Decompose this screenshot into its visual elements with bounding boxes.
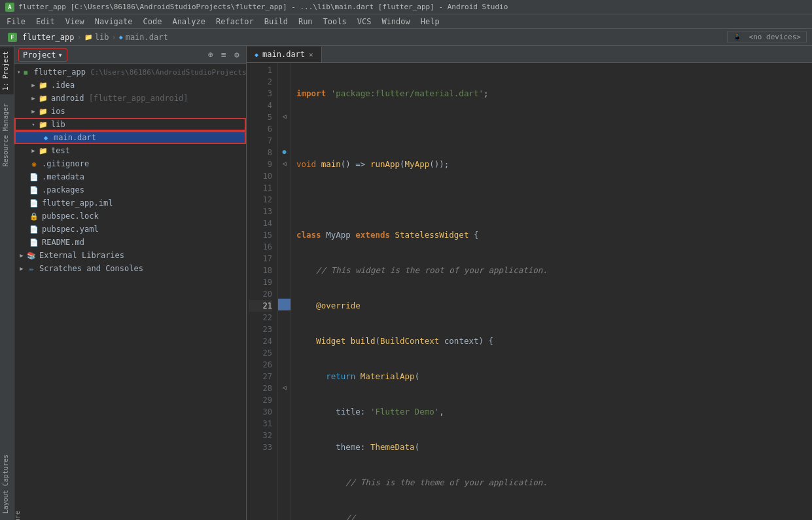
- menu-edit[interactable]: Edit: [32, 16, 59, 28]
- project-dropdown[interactable]: Project ▾: [18, 48, 67, 62]
- line-num-25: 25: [249, 347, 272, 359]
- tree-item-external-libs[interactable]: ▶ 📚 External Libraries: [14, 249, 246, 262]
- tree-item-test[interactable]: ▶ 📁 test: [14, 144, 246, 157]
- tab-close-button[interactable]: ✕: [309, 50, 313, 59]
- project-tree[interactable]: ▾ ◼ flutter_app C:\Users\86186\AndroidSt…: [14, 64, 246, 520]
- gutter-5[interactable]: ◁: [278, 110, 291, 122]
- gutter-32: [278, 428, 291, 440]
- gutter-31: [278, 417, 291, 428]
- gutter-25: [278, 346, 291, 358]
- tab-filename: main.dart: [262, 50, 305, 59]
- tree-item-metadata[interactable]: 📄 .metadata: [14, 170, 246, 183]
- line-num-5: 5: [249, 111, 272, 123]
- line-num-16: 16: [249, 241, 272, 253]
- tree-item-main-dart[interactable]: ◆ main.dart: [14, 131, 246, 144]
- dart-file-icon: ◆: [41, 132, 51, 143]
- line-num-12: 12: [249, 194, 272, 206]
- tab-project[interactable]: 1: Project: [0, 47, 14, 94]
- tree-item-ios[interactable]: ▶ 📁 ios: [14, 105, 246, 118]
- folder-icon: 📁: [38, 119, 48, 130]
- tree-item-android[interactable]: ▶ 📁 android [flutter_app_android]: [14, 92, 246, 105]
- gutter-15: [278, 228, 291, 240]
- menu-vcs[interactable]: VCS: [353, 16, 376, 28]
- menu-tools[interactable]: Tools: [319, 16, 351, 28]
- menu-build[interactable]: Build: [260, 16, 292, 28]
- nav-main-dart[interactable]: main.dart: [126, 33, 168, 42]
- menu-bar: File Edit View Navigate Code Analyze Ref…: [0, 14, 812, 29]
- collapse-icon[interactable]: ≡: [219, 50, 229, 60]
- tree-item-pubspec-yaml[interactable]: 📄 pubspec.yaml: [14, 223, 246, 236]
- gutter-33: [278, 440, 291, 452]
- tree-item-idea[interactable]: ▶ 📁 .idea: [14, 79, 246, 92]
- nav-lib-icon: 📁: [84, 33, 92, 41]
- tree-item-pubspec-lock[interactable]: 🔒 pubspec.lock: [14, 210, 246, 223]
- line-num-29: 29: [249, 394, 272, 406]
- menu-window[interactable]: Window: [378, 16, 414, 28]
- code-line-3: void main() => runApp(MyApp());: [296, 158, 807, 170]
- expand-arrow: ▶: [29, 95, 38, 102]
- project-panel: Project ▾ ⊕ ≡ ⚙ ▾ ◼ flutter_app C:\Users…: [14, 46, 247, 520]
- left-tab-strip: 1: Project Resource Manager Layout Captu…: [0, 46, 14, 520]
- editor-content[interactable]: 1 2 3 4 5 6 7 8 9 10 11 12 13 14 15 16 1…: [247, 63, 812, 520]
- line-num-13: 13: [249, 206, 272, 217]
- menu-refactor[interactable]: Refactor: [212, 16, 258, 28]
- line-num-6: 6: [249, 123, 272, 135]
- no-devices-button[interactable]: 📱 <no devices>: [727, 31, 807, 43]
- editor-tabs: ◆ main.dart ✕: [247, 46, 812, 63]
- gutter-11: [278, 181, 291, 193]
- tree-item-lib[interactable]: ▾ 📁 lib: [14, 118, 246, 131]
- tree-label: .idea: [51, 81, 75, 90]
- gutter-30: [278, 405, 291, 417]
- tree-label: flutter_app.iml: [42, 198, 113, 208]
- menu-run[interactable]: Run: [294, 16, 317, 28]
- line-num-8: 8: [249, 147, 272, 158]
- code-line-7: @override: [296, 300, 807, 312]
- tree-item-gitignore[interactable]: ◉ .gitignore: [14, 157, 246, 170]
- gutter-24: [278, 334, 291, 346]
- code-line-10: title: 'Flutter Demo',: [296, 406, 807, 418]
- external-libs-icon: 📚: [26, 250, 37, 261]
- app-icon: A: [5, 3, 14, 12]
- tree-item-readme[interactable]: 📄 README.md: [14, 236, 246, 249]
- project-toolbar: Project ▾ ⊕ ≡ ⚙: [14, 46, 246, 64]
- menu-help[interactable]: Help: [417, 16, 444, 28]
- tree-label: lib: [51, 120, 65, 129]
- locate-file-icon[interactable]: ⊕: [205, 50, 216, 60]
- tree-item-iml[interactable]: 📄 flutter_app.iml: [14, 196, 246, 210]
- menu-code[interactable]: Code: [139, 16, 166, 28]
- line-num-32: 32: [249, 430, 272, 441]
- gutter-8[interactable]: ●: [278, 145, 291, 157]
- tree-label: External Libraries: [39, 251, 124, 260]
- menu-file[interactable]: File: [3, 16, 29, 28]
- menu-view[interactable]: View: [62, 16, 88, 28]
- settings-icon[interactable]: ⚙: [232, 50, 242, 60]
- gutter-3: [278, 86, 291, 98]
- expand-arrow: ▶: [17, 265, 26, 272]
- tree-label: .packages: [42, 185, 84, 195]
- nav-flutter-app[interactable]: flutter_app: [22, 33, 74, 42]
- line-num-15: 15: [249, 229, 272, 241]
- expand-arrow: ▶: [29, 108, 38, 115]
- gutter-19: [278, 275, 291, 287]
- line-num-27: 27: [249, 371, 272, 382]
- tree-item-packages[interactable]: 📄 .packages: [14, 183, 246, 196]
- tab-layout-captures[interactable]: Layout Captures: [0, 451, 14, 517]
- menu-navigate[interactable]: Navigate: [91, 16, 137, 28]
- gutter-2: [278, 75, 291, 86]
- menu-analyze[interactable]: Analyze: [168, 16, 209, 28]
- gutter-9[interactable]: ◁: [278, 157, 291, 169]
- tree-item-scratches[interactable]: ▶ ✏ Scratches and Consoles: [14, 262, 246, 275]
- tree-item-flutter-app-root[interactable]: ▾ ◼ flutter_app C:\Users\86186\AndroidSt…: [14, 65, 246, 79]
- expand-arrow: ▶: [17, 252, 26, 259]
- tree-label: Scratches and Consoles: [39, 264, 143, 273]
- nav-lib[interactable]: lib: [95, 33, 109, 42]
- tab-resource-manager[interactable]: Resource Manager: [0, 100, 14, 170]
- gutter-17: [278, 251, 291, 263]
- code-editor[interactable]: import 'package:flutter/material.dart'; …: [291, 63, 812, 520]
- nav-sep-2: ›: [111, 33, 116, 42]
- tree-label: .gitignore: [42, 159, 89, 168]
- tab-main-dart[interactable]: ◆ main.dart ✕: [247, 46, 322, 62]
- line-num-31: 31: [249, 418, 272, 430]
- line-num-14: 14: [249, 217, 272, 229]
- gutter-28[interactable]: ◁: [278, 381, 291, 393]
